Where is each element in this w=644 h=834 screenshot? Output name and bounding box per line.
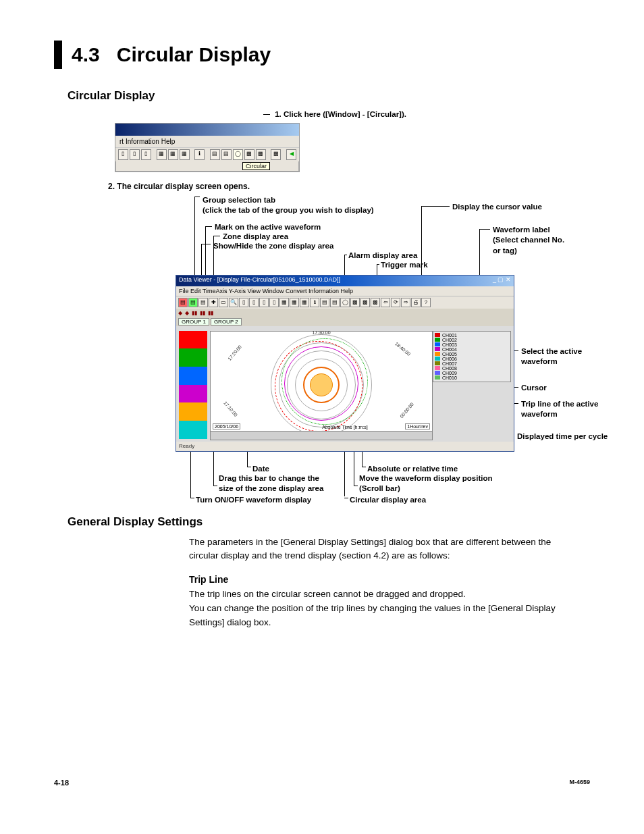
circular-tooltip: Circular (242, 162, 270, 170)
page-number: 4-18 (54, 779, 69, 787)
toolbar-icon[interactable]: ⇨ (401, 298, 410, 307)
trip-line-p2: You can change the position of the trip … (189, 602, 563, 630)
marker-icon[interactable]: ◆ (185, 310, 189, 316)
toolbar-icon[interactable]: ▦ (300, 298, 309, 307)
time-per-rev[interactable]: 1Hour/rev (405, 423, 430, 429)
toolbar-icon[interactable]: ⟳ (391, 298, 400, 307)
toolbar-icon[interactable]: ▯ (141, 149, 151, 160)
channel-item[interactable]: CH006 (435, 357, 509, 361)
toolbar: ▯ ▯ ▯ ▦ ▦ ▦ ℹ ▤ ▤ ◯ ▩ ▩ ▩ ◀ (115, 147, 299, 161)
toolbar-icon[interactable]: ▯ (118, 149, 128, 160)
channel-label: CH002 (442, 338, 457, 342)
marker-icon[interactable]: ▮▮ (192, 310, 197, 316)
doc-number: M-4659 (569, 779, 590, 787)
circular-icon[interactable]: ◯ (340, 298, 350, 307)
toolbar-icon[interactable]: ▦ (168, 149, 178, 160)
channel-item[interactable]: CH007 (435, 361, 509, 366)
channel-color-swatch (435, 342, 440, 346)
window-titlebar: Data Viewer - [Display File-Circular[051… (176, 276, 514, 286)
figure-1: 1. Click here ([Window] - [Circular]). r… (115, 109, 590, 172)
callout-drag-bar: Drag this bar to change thesize of the z… (219, 473, 323, 494)
tab-group1[interactable]: GROUP 1 (178, 318, 209, 325)
toolbar-icon[interactable]: ▤ (221, 149, 232, 160)
toolbar-icon[interactable]: ▤ (210, 149, 220, 160)
toolbar-icon[interactable]: ▦ (180, 149, 190, 160)
window-controls-icon[interactable]: _ ▢ ✕ (493, 276, 511, 286)
general-settings-para: The parameters in the [General Display S… (189, 536, 563, 564)
toolbar-icon[interactable]: ▯ (130, 149, 140, 160)
channel-label: CH005 (442, 352, 457, 357)
toolbar-icon[interactable]: ▤ (178, 298, 188, 307)
status-bar: Ready (176, 442, 514, 451)
trip-line-p1: The trip lines on the circular screen ca… (189, 588, 563, 602)
channel-label: CH004 (442, 347, 457, 352)
subhead-general-display: General Display Settings (68, 515, 590, 529)
toolbar-icon[interactable]: ⇦ (381, 298, 390, 307)
help-icon[interactable]: ? (421, 298, 431, 307)
marker-icon[interactable]: ▮▮ (208, 310, 213, 316)
toolbar-icon[interactable]: ▩ (256, 149, 266, 160)
app-menubar[interactable]: File Edit TimeAxis Y-Axis View Window Co… (176, 286, 514, 296)
channel-color-swatch (435, 361, 440, 365)
channel-color-swatch (435, 357, 440, 361)
marker-icon[interactable]: ▮▮ (200, 310, 205, 316)
channel-item[interactable]: CH005 (435, 352, 509, 357)
marker-icon[interactable]: ◆ (178, 310, 182, 316)
horizontal-scrollbar[interactable] (210, 431, 433, 440)
channel-item[interactable]: CH010 (435, 375, 509, 380)
heading-bar (54, 41, 62, 69)
channel-color-swatch (435, 375, 440, 380)
channel-label: CH007 (442, 361, 457, 366)
circular-chart (271, 334, 372, 436)
toolbar-icon[interactable]: ▯ (249, 298, 259, 307)
figure-2: Group selection tab (click the tab of th… (115, 195, 628, 499)
toolbar-icon[interactable]: ▤ (188, 298, 198, 307)
callout-circular-area: Circular display area (350, 495, 426, 506)
toolbar-icon[interactable]: ▦ (279, 298, 289, 307)
toolbar-icon[interactable]: ▩ (350, 298, 360, 307)
channel-label: CH010 (442, 375, 457, 380)
channel-list[interactable]: CH001CH002CH003CH004CH005CH006CH007CH008… (433, 331, 511, 382)
channel-item[interactable]: CH009 (435, 371, 509, 375)
callout-group-tab: Group selection tab (click the tab of th… (203, 195, 374, 216)
menu-items[interactable]: rt Information Help (115, 136, 299, 147)
toolbar-icon[interactable]: ◀ (286, 149, 296, 160)
toolbar-icon[interactable]: ▩ (244, 149, 254, 160)
channel-color-swatch (435, 333, 440, 337)
channel-label: CH008 (442, 366, 457, 371)
tab-group2[interactable]: GROUP 2 (211, 318, 242, 325)
subhead-circular-display: Circular Display (68, 89, 590, 103)
toolbar-icon[interactable]: ▯ (259, 298, 269, 307)
toolbar-icon[interactable]: ▯ (269, 298, 279, 307)
channel-color-swatch (435, 352, 440, 356)
toolbar-icon[interactable]: ▦ (157, 149, 167, 160)
toolbar-icon[interactable]: ▩ (371, 298, 380, 307)
print-icon[interactable]: 🖨 (411, 298, 421, 307)
toolbar-icon[interactable]: ▯ (239, 298, 248, 307)
toolbar-icon[interactable]: 🔍 (229, 298, 238, 307)
channel-label: CH001 (442, 333, 457, 338)
channel-item[interactable]: CH001 (435, 333, 509, 338)
toolbar-icon[interactable]: ▤ (330, 298, 340, 307)
channel-item[interactable]: CH004 (435, 347, 509, 352)
channel-color-swatch (435, 366, 440, 370)
toolbar-icon[interactable]: ▤ (198, 298, 208, 307)
channel-color-swatch (435, 347, 440, 351)
channel-item[interactable]: CH008 (435, 366, 509, 371)
toolbar-icon[interactable]: ▩ (271, 149, 281, 160)
channel-color-swatch (435, 338, 440, 342)
channel-item[interactable]: CH003 (435, 342, 509, 347)
zone-display-area[interactable] (179, 331, 207, 439)
toolbar-icon[interactable]: ▭ (219, 298, 228, 307)
circular-icon[interactable]: ◯ (233, 149, 243, 160)
channel-label: CH006 (442, 357, 457, 361)
toolbar-icon[interactable]: ▦ (290, 298, 299, 307)
channel-item[interactable]: CH002 (435, 338, 509, 342)
toolbar-icon[interactable]: ▤ (320, 298, 329, 307)
toolbar-icon[interactable]: ℹ (310, 298, 319, 307)
screenshot-menubar: rt Information Help ▯ ▯ ▯ ▦ ▦ ▦ ℹ ▤ ▤ ◯ … (115, 123, 300, 172)
toolbar-icon[interactable]: ✚ (209, 298, 218, 307)
circular-plot-area[interactable]: 17:30:00 18:40:00 17:20:00 17:10:00 00:0… (210, 331, 433, 439)
toolbar-icon[interactable]: ℹ (194, 149, 205, 160)
toolbar-icon[interactable]: ▩ (360, 298, 370, 307)
